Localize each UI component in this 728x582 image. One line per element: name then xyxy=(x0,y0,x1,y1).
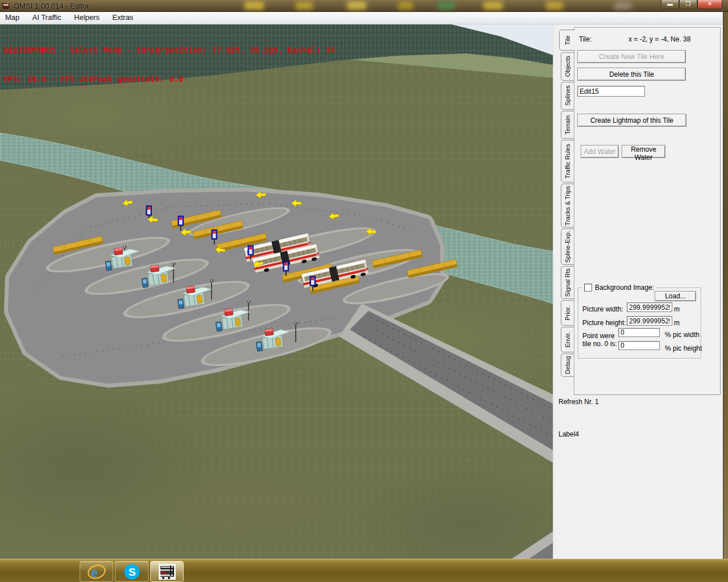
desktop-icon-blur xyxy=(438,1,455,10)
editor-hud-text: DESIGNMODUS - Select Mode - Cursorpositi… xyxy=(3,26,335,103)
picture-height-label: Picture height: xyxy=(582,319,626,327)
pct-width-label: % pic width xyxy=(665,331,700,339)
app-icon xyxy=(2,1,11,10)
background-image-checkbox[interactable] xyxy=(584,284,592,292)
tab-splines[interactable]: Splines xyxy=(561,82,574,110)
omsi-editor-icon xyxy=(158,563,177,581)
label4: Label4 xyxy=(559,430,579,438)
tile-name-input[interactable] xyxy=(577,86,645,97)
picture-height-unit: m xyxy=(674,319,680,327)
picture-width-label: Picture width: xyxy=(582,305,623,313)
desktop-icon-blur xyxy=(614,1,631,10)
tab-signal-rts[interactable]: Signal Rts xyxy=(561,266,574,299)
desktop-icon-blur xyxy=(296,1,313,10)
tab-objects[interactable]: Objects xyxy=(561,52,574,81)
minimize-button[interactable]: ▬ xyxy=(661,0,679,9)
background-image-group: Background Image: Load... Picture width:… xyxy=(578,288,701,359)
tile-coordinates: x = -2, y = -4, Ne. 38 xyxy=(628,35,690,43)
picture-width-input[interactable] xyxy=(627,302,672,312)
create-new-tile-button[interactable]: Create New Tile Here xyxy=(577,50,686,63)
tab-prior[interactable]: Prior. xyxy=(561,300,574,326)
menu-map[interactable]: Map xyxy=(0,11,24,22)
point-label-line1: Point were xyxy=(582,332,615,340)
scene-canvas xyxy=(0,24,553,559)
point-pct-height-input[interactable] xyxy=(618,341,660,350)
tab-debug[interactable]: Debug xyxy=(561,354,574,377)
maximize-button[interactable]: ❐ xyxy=(679,0,697,9)
hud-fps-line: FPS: 30.0 - FPS 100Fach gemittelt: 0.0 xyxy=(3,74,335,84)
tab-tracks-trips[interactable]: Tracks & Trips xyxy=(561,184,574,227)
desktop-icon-blur xyxy=(398,1,413,10)
svg-text:S: S xyxy=(129,566,136,578)
picture-width-unit: m xyxy=(674,305,680,313)
remove-water-button[interactable]: Remove Water xyxy=(622,145,665,158)
delete-tile-button[interactable]: Delete this Tile xyxy=(577,68,686,81)
skype-icon: S xyxy=(123,563,141,581)
tab-tile[interactable]: Tile xyxy=(559,30,576,51)
create-lightmap-button[interactable]: Create Lightmap of this Tile xyxy=(577,114,686,127)
taskbar-button-skype[interactable]: S xyxy=(115,561,148,582)
tile-tab-page: Tile: x = -2, y = -4, Ne. 38 Create New … xyxy=(574,27,721,395)
picture-height-input[interactable] xyxy=(627,316,672,326)
point-pct-width-input[interactable] xyxy=(618,328,660,337)
internet-explorer-icon: e xyxy=(86,563,107,581)
menu-bar: Map AI Traffic Helpers Extras xyxy=(0,11,723,24)
add-water-button[interactable]: Add Water xyxy=(581,145,619,158)
window-right-border xyxy=(723,11,728,559)
tab-traffic-rules[interactable]: Traffic Rules xyxy=(561,140,574,182)
desktop-icon-blur xyxy=(546,1,563,10)
svg-text:e: e xyxy=(91,564,98,580)
pct-height-label: % pic height xyxy=(665,344,702,352)
tab-spline-exp[interactable]: Spline-Exp. xyxy=(561,228,574,265)
point-label-line2: tile no. 0 is: xyxy=(582,340,617,348)
close-button[interactable]: ✕ xyxy=(697,0,722,9)
menu-ai-traffic[interactable]: AI Traffic xyxy=(27,11,67,22)
taskbar-button-ie[interactable]: e xyxy=(80,561,113,582)
taskbar-button-omsi[interactable] xyxy=(150,561,184,582)
background-image-label: Background Image: xyxy=(595,284,654,292)
tab-envir[interactable]: Envir. xyxy=(561,327,574,352)
editor-side-panel: Tile Objects Splines Terrain Traffic Rul… xyxy=(553,24,724,559)
desktop-icon-blur xyxy=(483,1,503,10)
window-title: OMSI 1.00.014 - Editor xyxy=(14,2,89,10)
load-background-button[interactable]: Load... xyxy=(655,291,696,301)
tile-label: Tile: xyxy=(579,35,592,43)
desktop-icon-blur xyxy=(347,1,366,10)
refresh-label: Refresh Nr. 1 xyxy=(559,398,599,406)
taskbar: e S CS ▲ ✓ xyxy=(0,559,728,582)
background-image-legend: Background Image: xyxy=(582,284,656,292)
menu-extras[interactable]: Extras xyxy=(107,11,139,22)
dirt-patch xyxy=(63,453,415,559)
hud-status-line: DESIGNMODUS - Select Mode - Cursorpositi… xyxy=(3,45,335,55)
3d-viewport[interactable]: DESIGNMODUS - Select Mode - Cursorpositi… xyxy=(0,24,553,559)
desktop-icon-blur xyxy=(245,1,264,10)
title-bar[interactable]: OMSI 1.00.014 - Editor ▬ ❐ ✕ xyxy=(0,0,728,12)
omsi-editor-window: DESIGNMODUS - Select Mode - Cursorpositi… xyxy=(0,0,728,582)
tab-terrain[interactable]: Terrain xyxy=(561,111,574,139)
menu-helpers[interactable]: Helpers xyxy=(69,11,105,22)
